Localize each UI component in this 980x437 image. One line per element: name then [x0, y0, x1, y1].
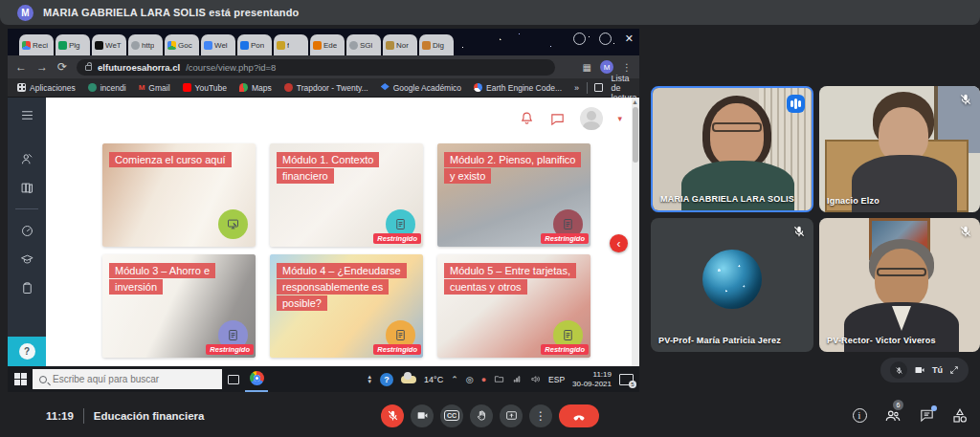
security-icon[interactable]: ●: [481, 375, 486, 384]
wetransfer-tab-icon: [95, 41, 103, 50]
present-button[interactable]: [500, 404, 523, 427]
notifications-bell-icon[interactable]: [519, 111, 535, 127]
grades-icon[interactable]: [19, 180, 34, 195]
camera-button[interactable]: [411, 404, 434, 427]
browser-tab[interactable]: f: [274, 34, 308, 55]
action-center-icon[interactable]: [619, 374, 634, 385]
browser-tab[interactable]: Ede: [310, 34, 345, 55]
mic-off-icon: [792, 225, 806, 238]
browser-tab[interactable]: Reci: [19, 34, 54, 55]
bookmark-apps[interactable]: Aplicaciones: [17, 83, 76, 93]
browser-tab[interactable]: Wel: [201, 34, 235, 55]
search-input[interactable]: [53, 374, 196, 384]
participant-tile-patricia[interactable]: PV-Prof- María Patricia Jerez: [651, 218, 813, 352]
clipboard-icon[interactable]: [19, 280, 34, 295]
help-button[interactable]: ?: [8, 337, 46, 366]
search-icon: [39, 376, 47, 383]
browser-menu-icon[interactable]: ⋮: [622, 62, 632, 73]
back-icon[interactable]: ←: [15, 61, 27, 73]
course-card[interactable]: Módulo 5 – Entre tarjetas, cuentas y otr…: [437, 254, 590, 358]
courses-icon[interactable]: [19, 251, 34, 267]
course-card[interactable]: Comienza el curso aquí: [102, 143, 256, 247]
participant-tile-maria[interactable]: MARIA GABRIELA LARA SOLIS: [651, 86, 813, 212]
overlay-circle-icon[interactable]: [599, 33, 612, 45]
bookmark-item[interactable]: incendi: [88, 83, 126, 93]
course-card[interactable]: Módulo 2. Pienso, planifico y existo Res…: [437, 143, 590, 247]
task-view-button[interactable]: [222, 366, 245, 392]
course-card[interactable]: Módulo 3 – Ahorro e inversión Restringid…: [102, 254, 256, 358]
more-options-button[interactable]: ⋮: [529, 404, 552, 427]
scroll-arrows-icon[interactable]: ▲▼: [367, 375, 372, 384]
window-close-icon[interactable]: ✕: [625, 33, 634, 44]
language-indicator[interactable]: ESP: [548, 375, 565, 384]
captions-button[interactable]: CC: [440, 404, 463, 427]
bookmark-earth-engine[interactable]: Earth Engine Code...: [474, 83, 562, 93]
extensions-icon[interactable]: ▦: [583, 62, 591, 73]
meeting-details-button[interactable]: i: [851, 407, 868, 425]
bookmarks-overflow-icon[interactable]: »: [574, 83, 579, 93]
expand-icon[interactable]: [949, 365, 959, 375]
browser-tab[interactable]: Dig: [419, 34, 454, 55]
network-icon[interactable]: [512, 374, 523, 384]
map-tab-icon: [277, 41, 285, 50]
user-avatar[interactable]: [580, 107, 603, 130]
url-path: /course/view.php?id=8: [186, 62, 276, 73]
tray-app-icon[interactable]: ◎: [466, 375, 474, 384]
card-title: Módulo 2. Pienso, planifico y existo: [444, 152, 584, 185]
question-icon: ?: [19, 343, 35, 360]
selfview-controls[interactable]: Tú: [880, 358, 969, 382]
scrollbar-thumb[interactable]: [633, 107, 638, 163]
mute-button[interactable]: [381, 404, 404, 427]
participants-button[interactable]: 6: [884, 407, 902, 425]
bookmark-gmail[interactable]: MGmail: [139, 83, 170, 93]
selfview-camera-icon[interactable]: [914, 364, 925, 376]
url-field[interactable]: elfuturoesahorra.cl /course/view.php?id=…: [77, 59, 555, 76]
forward-icon[interactable]: →: [36, 61, 48, 73]
chat-button[interactable]: [918, 407, 935, 425]
browser-tab[interactable]: SGl: [346, 34, 381, 55]
volume-icon[interactable]: [530, 374, 541, 384]
activities-button[interactable]: [951, 407, 969, 425]
browser-tab[interactable]: WeT: [92, 34, 126, 55]
start-button[interactable]: [8, 373, 33, 385]
audio-activity-icon: [787, 95, 805, 113]
taskbar-search[interactable]: [33, 369, 222, 389]
chrome-taskbar-button[interactable]: [245, 366, 268, 392]
bookmark-scholar[interactable]: Google Académico: [381, 83, 461, 93]
bookmark-maps[interactable]: Maps: [239, 83, 272, 93]
messages-icon[interactable]: [549, 111, 566, 127]
bookmark-item[interactable]: Trapdoor - Twenty...: [284, 83, 368, 93]
drive-tab-icon: [167, 41, 176, 50]
edu-tab-icon: [313, 41, 322, 50]
user-menu-caret-icon[interactable]: ▾: [617, 114, 622, 123]
overlay-circle-icon[interactable]: [573, 33, 586, 45]
bookmark-youtube[interactable]: YouTube: [183, 83, 227, 93]
taskbar-clock[interactable]: 11:19 30-09-2021: [572, 370, 612, 389]
weather-temperature[interactable]: 14°C: [424, 375, 443, 384]
restricted-badge: Restringido: [541, 233, 589, 244]
page-scrollbar[interactable]: ▲: [632, 98, 639, 366]
participant-tile-ignacio[interactable]: Ignacio Elzo: [819, 86, 980, 212]
dashboard-icon[interactable]: [19, 223, 34, 238]
selfview-mic-off-icon[interactable]: [890, 361, 907, 379]
browser-tab[interactable]: Nor: [383, 34, 417, 55]
carousel-prev-button[interactable]: ‹: [610, 234, 628, 252]
end-call-button[interactable]: [559, 404, 599, 427]
scroll-up-icon[interactable]: ▲: [632, 98, 638, 105]
menu-icon[interactable]: [19, 107, 34, 122]
course-card[interactable]: Módulo 1. Contexto financiero Restringid…: [270, 143, 423, 247]
browser-tab[interactable]: Plg: [56, 34, 90, 55]
participants-icon[interactable]: [19, 151, 34, 166]
apps-grid-icon: [17, 83, 26, 92]
reload-icon[interactable]: ⟳: [57, 61, 67, 73]
raise-hand-button[interactable]: [470, 404, 493, 427]
help-app-icon[interactable]: ?: [380, 373, 393, 386]
tray-expand-icon[interactable]: ⌃: [451, 375, 458, 384]
browser-tab[interactable]: Goc: [165, 34, 199, 55]
browser-tab[interactable]: http: [128, 34, 163, 55]
course-card[interactable]: Módulo 4 – ¿Endeudarse responsablemente …: [270, 254, 423, 358]
participant-tile-victor[interactable]: PV-Rector- Victor Viveros: [819, 218, 980, 352]
browser-profile-avatar[interactable]: M: [600, 60, 613, 74]
folder-icon[interactable]: [494, 374, 504, 384]
browser-tab[interactable]: Pon: [237, 34, 272, 55]
